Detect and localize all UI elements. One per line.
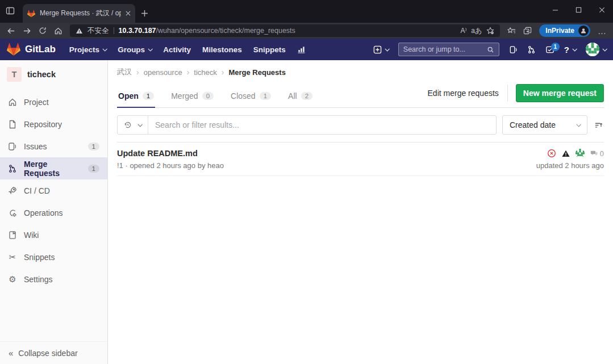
filtered-search-box[interactable] [117,115,497,135]
url-path: /wuhan/opensource/ticheck/merge_requests [156,27,295,35]
all-count-badge: 2 [301,92,312,100]
merge-request-row[interactable]: Update README.md !1 · opened 2 hours ago… [117,143,604,176]
todos-icon[interactable]: 1 [545,45,554,54]
mr-updated: updated 2 hours ago [536,161,604,170]
new-tab-icon[interactable] [141,10,148,17]
chevron-down-icon [137,122,142,127]
tab-closed[interactable]: Closed1 [230,87,272,108]
minimize-icon[interactable] [552,7,558,13]
read-aloud-icon[interactable]: A⁾ [460,27,466,34]
address-bar[interactable]: 不安全 10.3.70.187/wuhan/opensource/ticheck… [70,24,500,37]
sidebar-item-repository[interactable]: Repository [0,113,107,135]
chevron-down-icon [148,47,153,51]
nav-milestones[interactable]: Milestones [197,45,248,54]
closed-count-badge: 1 [260,92,271,100]
gitlab-brand[interactable]: GitLab [25,44,56,55]
help-menu[interactable]: ? [564,45,576,55]
sort-dropdown[interactable]: Created date [502,115,587,135]
filter-search-input[interactable] [148,120,496,129]
pipeline-failed-icon[interactable] [547,149,556,158]
chart-icon[interactable] [291,45,311,54]
nav-snippets[interactable]: Snippets [248,45,291,54]
chevron-down-icon [572,47,577,51]
home-icon[interactable] [54,27,62,35]
nav-activity[interactable]: Activity [157,45,197,54]
collections-icon[interactable] [523,27,532,35]
breadcrumb-separator: › [136,68,139,77]
sidebar-item-ci-cd[interactable]: CI / CD [0,179,107,202]
favorites-star-icon[interactable] [486,27,494,35]
rocket-icon [8,186,17,195]
breadcrumb-separator: › [222,68,224,77]
merge-request-icon [8,164,17,173]
help-icon: ? [564,45,569,55]
url-host: 10.3.70.187 [119,27,156,35]
tab-open[interactable]: Open1 [117,87,155,108]
collapse-sidebar-button[interactable]: « Collapse sidebar [0,341,107,364]
breadcrumb-group[interactable]: 武汉 [117,67,132,77]
collapse-chevrons-icon: « [9,348,13,358]
breadcrumb-current: Merge Requests [228,68,285,77]
sidebar-item-wiki[interactable]: Wiki [0,224,107,246]
recent-searches-dropdown[interactable] [118,116,148,134]
tab-actions-menu-icon[interactable] [6,6,15,15]
close-window-icon[interactable] [599,7,605,13]
browser-menu-icon[interactable]: … [598,27,606,35]
mr-meta: !1 · opened 2 hours ago by heao [117,161,224,170]
open-count-badge: 1 [143,92,154,100]
project-avatar: T [7,67,22,82]
comments-link[interactable]: 0 [590,149,604,158]
sidebar-item-snippets[interactable]: ✂ Snippets [0,246,107,268]
mr-count-badge: 1 [88,165,99,173]
tab-close-icon[interactable] [126,11,131,16]
project-sidebar: T ticheck Project Repository Issues 1 Me… [0,60,108,364]
sidebar-item-project[interactable]: Project [0,91,107,113]
security-label[interactable]: 不安全 [87,26,109,36]
user-menu[interactable] [586,43,606,56]
nav-projects[interactable]: Projects [64,45,112,54]
breadcrumb-subgroup[interactable]: opensource [144,68,182,77]
sidebar-item-issues[interactable]: Issues 1 [0,135,107,157]
breadcrumb-project[interactable]: ticheck [194,68,216,77]
mr-right-column: 0 updated 2 hours ago [536,149,604,170]
inprivate-badge[interactable]: InPrivate [539,24,590,37]
merge-warning-icon[interactable] [561,149,570,158]
chevron-down-icon [602,47,607,51]
sidebar-item-merge-requests[interactable]: Merge Requests 1 [0,157,107,179]
tab-all[interactable]: All2 [287,87,314,108]
browser-toolbar: 不安全 10.3.70.187/wuhan/opensource/ticheck… [0,23,613,39]
project-context-header[interactable]: T ticheck [0,60,107,91]
mr-state-tabs: Open1 Merged0 Closed1 All2 Edit merge re… [117,84,604,108]
address-divider [114,27,114,34]
url-text[interactable]: 10.3.70.187/wuhan/opensource/ticheck/mer… [119,27,295,35]
comment-icon [590,149,598,157]
global-search-input[interactable] [403,45,487,53]
breadcrumb-separator: › [187,68,190,77]
refresh-icon[interactable] [39,27,47,35]
new-merge-request-button[interactable]: New merge request [516,84,604,102]
translate-icon[interactable]: aあ [471,27,482,34]
forward-icon[interactable] [23,27,31,35]
browser-tab[interactable]: Merge Requests · 武汉 / opensc [23,4,135,23]
merge-request-list: Update README.md !1 · opened 2 hours ago… [117,142,604,176]
assignee-avatar[interactable] [576,149,585,158]
favorites-list-icon[interactable] [507,27,516,35]
scissors-icon: ✂ [8,253,17,261]
maximize-icon[interactable] [576,7,582,13]
sort-direction-icon[interactable] [593,120,604,131]
global-search[interactable] [398,43,499,56]
sidebar-item-settings[interactable]: ⚙ Settings [0,268,107,290]
back-icon[interactable] [7,27,15,35]
merge-requests-nav-icon[interactable] [527,45,536,54]
tab-merged[interactable]: Merged0 [170,87,215,108]
project-name: ticheck [27,70,56,79]
sidebar-item-operations[interactable]: Operations [0,202,107,224]
mr-title-link[interactable]: Update README.md [117,149,224,158]
new-menu-icon[interactable] [373,45,389,54]
gitlab-logo-icon[interactable] [7,43,20,56]
merged-count-badge: 0 [202,92,214,100]
issues-nav-icon[interactable] [509,45,518,54]
nav-groups[interactable]: Groups [112,45,157,54]
file-icon [8,120,17,129]
edit-merge-requests-button[interactable]: Edit merge requests [421,85,508,102]
